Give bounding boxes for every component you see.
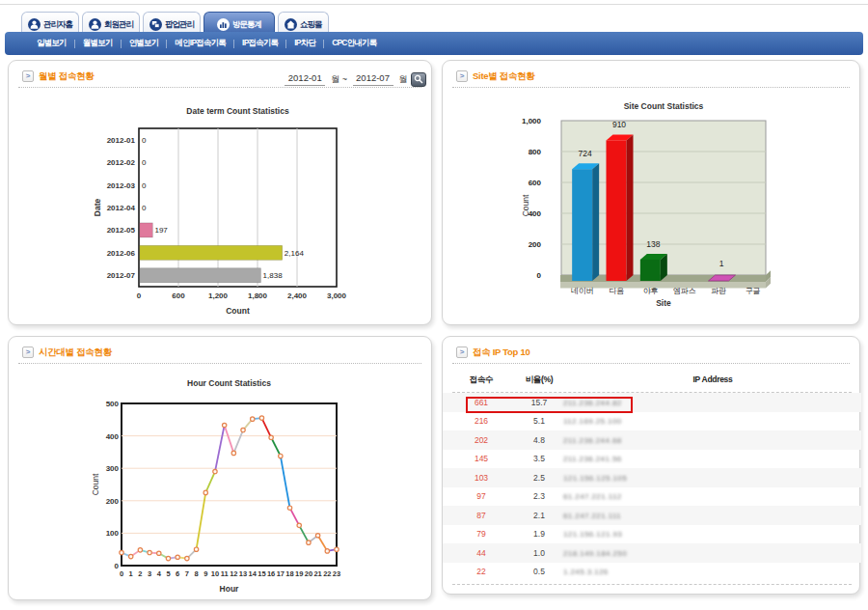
ip-table-row: 2165.1112.169.25.100 <box>443 412 861 431</box>
svg-text:0: 0 <box>142 181 147 190</box>
svg-text:910: 910 <box>612 120 626 129</box>
hour-count-chart: Hour Count Statistics0100200300400500012… <box>9 366 433 601</box>
svg-text:Date term Count Statistics: Date term Count Statistics <box>186 106 289 116</box>
svg-text:138: 138 <box>646 239 660 249</box>
row-ip: 121.156.125.105 <box>563 473 627 482</box>
panel-ip-top10: > 접속 IP Top 10 접속수 비율(%) IP Address 6611… <box>442 336 860 595</box>
svg-text:1,000: 1,000 <box>522 117 542 125</box>
svg-text:197: 197 <box>154 226 168 235</box>
svg-text:12: 12 <box>230 569 237 578</box>
range-separator: ~ <box>342 74 347 84</box>
svg-text:Hour Count Statistics: Hour Count Statistics <box>187 378 271 388</box>
panel-hourly-title: 시간대별 접속현황 <box>39 347 112 359</box>
svg-text:3,000: 3,000 <box>327 291 347 300</box>
subnav-item-1[interactable]: 일별보기 <box>29 38 74 49</box>
month-label-to: 월 <box>399 73 408 86</box>
svg-text:17: 17 <box>277 569 285 578</box>
svg-text:23: 23 <box>333 569 340 578</box>
svg-text:Count: Count <box>521 194 530 216</box>
svg-text:500: 500 <box>106 400 120 408</box>
date-range-controls: 2012-01 월 ~ 2012-07 월 <box>285 70 426 88</box>
svg-text:2012-04: 2012-04 <box>107 204 136 212</box>
panel-monthly-stats: > 월별 접속현황 2012-01 월 ~ 2012-07 월 Date ter… <box>8 60 432 325</box>
subnav-item-5[interactable]: IP접속기록 <box>234 38 285 49</box>
svg-text:Count: Count <box>226 306 250 316</box>
date-term-count-chart: Date term Count Statistics06001,2001,800… <box>9 90 433 321</box>
dotted-divider <box>18 87 421 88</box>
sub-navigation: 일별보기월별보기연별보기메인IP접속기록IP접속기록IP차단CPC안내기록 <box>5 32 863 55</box>
ip-table-row: 220.51.245.3.126 <box>443 563 861 582</box>
highlight-box <box>466 397 633 413</box>
svg-text:2012-03: 2012-03 <box>107 181 136 190</box>
svg-text:800: 800 <box>529 148 542 156</box>
panel-hourly-title-row: > 시간대별 접속현황 <box>22 345 112 360</box>
svg-text:Hour: Hour <box>220 584 240 594</box>
svg-text:Site: Site <box>656 298 671 308</box>
svg-text:400: 400 <box>106 432 120 441</box>
svg-text:8: 8 <box>194 569 198 578</box>
subnav-item-3[interactable]: 연별보기 <box>122 38 167 49</box>
row-ip: 211.236.244.68 <box>563 435 622 444</box>
svg-text:600: 600 <box>529 179 542 187</box>
subnav-item-2[interactable]: 월별보기 <box>75 38 121 49</box>
svg-text:0: 0 <box>537 271 542 280</box>
date-to-input[interactable]: 2012-07 <box>353 72 393 86</box>
ip-table-header: 접속수 비율(%) IP Address <box>443 366 861 393</box>
svg-text:11: 11 <box>221 569 229 578</box>
site-count-chart: Site Count Statistics02004006008001,0007… <box>443 90 861 321</box>
svg-text:0: 0 <box>137 291 142 300</box>
arrow-icon: > <box>22 347 34 358</box>
subnav-item-4[interactable]: 메인IP접속기록 <box>167 38 233 49</box>
svg-text:1: 1 <box>719 259 724 268</box>
svg-text:2012-06: 2012-06 <box>107 249 136 258</box>
ip-table-row: 791.9121.156.121.93 <box>443 525 861 544</box>
panel-monthly-title: 월별 접속현황 <box>39 70 95 83</box>
tab-label: 팝업관리 <box>165 19 194 31</box>
svg-text:724: 724 <box>579 149 592 158</box>
svg-text:4: 4 <box>157 569 162 578</box>
svg-text:Date: Date <box>93 199 102 217</box>
arrow-icon: > <box>22 70 34 82</box>
row-ip: 211.236.241.56 <box>563 455 622 463</box>
svg-text:7: 7 <box>185 569 189 578</box>
popup-icon <box>149 18 162 31</box>
search-button[interactable] <box>411 72 426 87</box>
arrow-icon: > <box>456 347 468 358</box>
home-icon <box>285 18 297 31</box>
person-icon <box>89 18 101 31</box>
svg-text:2,400: 2,400 <box>287 291 308 300</box>
ip-table-row: 972.361.247.221.112 <box>443 487 861 507</box>
col-header-ip: IP Address <box>636 374 790 384</box>
svg-text:0: 0 <box>120 569 123 578</box>
ip-table-row: 441.0218.149.184.250 <box>443 543 861 563</box>
svg-text:2,164: 2,164 <box>285 249 305 258</box>
row-ip: 61.247.221.112 <box>563 492 622 501</box>
svg-text:100: 100 <box>106 529 120 538</box>
svg-text:구글: 구글 <box>746 287 761 295</box>
svg-text:0: 0 <box>142 136 147 145</box>
row-ip: 218.149.184.250 <box>563 548 627 557</box>
ip-table-row: 872.161.247.221.111 <box>443 506 861 525</box>
panel-site-title-row: > Site별 접속현황 <box>456 69 535 84</box>
svg-text:2012-05: 2012-05 <box>107 226 136 235</box>
top-divider <box>0 4 868 5</box>
panel-site-stats: > Site별 접속현황 Site Count Statistics020040… <box>442 60 860 325</box>
row-ip: 121.156.121.93 <box>563 530 622 539</box>
svg-text:6: 6 <box>176 569 179 578</box>
subnav-item-7[interactable]: CPC안내기록 <box>324 38 384 49</box>
tab-label: 관리자홈 <box>43 19 72 31</box>
svg-text:9: 9 <box>203 569 207 578</box>
subnav-item-6[interactable]: IP차단 <box>286 38 323 49</box>
svg-text:600: 600 <box>172 291 185 300</box>
svg-text:19: 19 <box>295 569 303 578</box>
chart-icon <box>217 18 230 31</box>
svg-text:20: 20 <box>305 569 312 578</box>
month-label-from: 월 <box>331 73 339 86</box>
tab-label: 회원관리 <box>104 19 133 31</box>
svg-text:16: 16 <box>267 569 275 578</box>
date-from-input[interactable]: 2012-01 <box>285 72 325 86</box>
arrow-icon: > <box>456 70 468 82</box>
svg-text:네이버: 네이버 <box>571 287 593 295</box>
row-ip: 61.247.221.111 <box>563 511 621 519</box>
svg-text:300: 300 <box>106 464 120 473</box>
